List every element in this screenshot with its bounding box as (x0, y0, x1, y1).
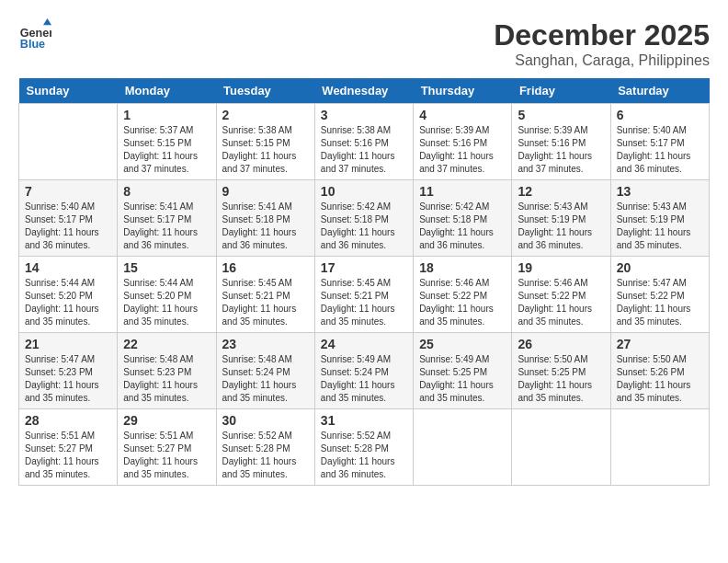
day-number: 10 (321, 184, 407, 199)
calendar-cell: 22Sunrise: 5:48 AM Sunset: 5:23 PM Dayli… (118, 333, 216, 409)
calendar-cell: 1Sunrise: 5:37 AM Sunset: 5:15 PM Daylig… (118, 104, 216, 180)
day-number: 18 (419, 260, 506, 275)
day-number: 29 (123, 413, 210, 428)
day-info: Sunrise: 5:50 AM Sunset: 5:25 PM Dayligh… (518, 353, 604, 405)
calendar-week-row: 1Sunrise: 5:37 AM Sunset: 5:15 PM Daylig… (19, 104, 710, 180)
day-info: Sunrise: 5:46 AM Sunset: 5:22 PM Dayligh… (518, 277, 604, 328)
calendar-week-row: 14Sunrise: 5:44 AM Sunset: 5:20 PM Dayli… (19, 257, 710, 333)
day-of-week-header: Tuesday (216, 78, 314, 104)
day-info: Sunrise: 5:38 AM Sunset: 5:15 PM Dayligh… (222, 124, 309, 176)
calendar-week-row: 21Sunrise: 5:47 AM Sunset: 5:23 PM Dayli… (19, 333, 710, 409)
calendar-cell: 15Sunrise: 5:44 AM Sunset: 5:20 PM Dayli… (118, 257, 216, 333)
day-number: 30 (222, 413, 309, 428)
day-number: 17 (321, 260, 407, 275)
day-info: Sunrise: 5:43 AM Sunset: 5:19 PM Dayligh… (617, 201, 703, 252)
day-info: Sunrise: 5:49 AM Sunset: 5:25 PM Dayligh… (419, 353, 506, 405)
day-number: 5 (518, 108, 604, 122)
calendar-cell: 11Sunrise: 5:42 AM Sunset: 5:18 PM Dayli… (414, 180, 512, 257)
day-info: Sunrise: 5:47 AM Sunset: 5:22 PM Dayligh… (617, 277, 703, 328)
svg-text:Blue: Blue (20, 38, 45, 51)
day-info: Sunrise: 5:39 AM Sunset: 5:16 PM Dayligh… (419, 124, 506, 176)
calendar-cell (610, 409, 709, 486)
day-info: Sunrise: 5:51 AM Sunset: 5:27 PM Dayligh… (123, 430, 210, 481)
calendar-cell: 13Sunrise: 5:43 AM Sunset: 5:19 PM Dayli… (610, 180, 709, 257)
calendar-cell: 4Sunrise: 5:39 AM Sunset: 5:16 PM Daylig… (414, 104, 512, 180)
day-number: 31 (321, 413, 407, 428)
calendar-cell: 27Sunrise: 5:50 AM Sunset: 5:26 PM Dayli… (610, 333, 709, 409)
day-of-week-header: Saturday (610, 78, 709, 104)
calendar-cell: 20Sunrise: 5:47 AM Sunset: 5:22 PM Dayli… (610, 257, 709, 333)
day-info: Sunrise: 5:41 AM Sunset: 5:17 PM Dayligh… (123, 201, 210, 252)
calendar-cell: 29Sunrise: 5:51 AM Sunset: 5:27 PM Dayli… (118, 409, 216, 486)
day-number: 28 (25, 413, 111, 428)
day-info: Sunrise: 5:51 AM Sunset: 5:27 PM Dayligh… (25, 430, 111, 481)
day-number: 13 (617, 184, 703, 199)
day-info: Sunrise: 5:52 AM Sunset: 5:28 PM Dayligh… (321, 430, 407, 481)
day-number: 12 (518, 184, 604, 199)
day-info: Sunrise: 5:44 AM Sunset: 5:20 PM Dayligh… (25, 277, 111, 328)
day-info: Sunrise: 5:43 AM Sunset: 5:19 PM Dayligh… (518, 201, 604, 252)
calendar-cell: 23Sunrise: 5:48 AM Sunset: 5:24 PM Dayli… (216, 333, 314, 409)
svg-marker-2 (43, 18, 51, 25)
day-number: 9 (222, 184, 309, 199)
day-info: Sunrise: 5:42 AM Sunset: 5:18 PM Dayligh… (321, 201, 407, 252)
day-info: Sunrise: 5:46 AM Sunset: 5:22 PM Dayligh… (419, 277, 506, 328)
calendar-cell: 28Sunrise: 5:51 AM Sunset: 5:27 PM Dayli… (19, 409, 118, 486)
day-info: Sunrise: 5:40 AM Sunset: 5:17 PM Dayligh… (617, 124, 703, 176)
day-info: Sunrise: 5:49 AM Sunset: 5:24 PM Dayligh… (321, 353, 407, 405)
day-number: 15 (123, 260, 210, 275)
day-number: 25 (419, 337, 506, 351)
calendar-cell: 12Sunrise: 5:43 AM Sunset: 5:19 PM Dayli… (512, 180, 610, 257)
day-number: 1 (123, 108, 210, 122)
day-info: Sunrise: 5:42 AM Sunset: 5:18 PM Dayligh… (419, 201, 506, 252)
day-info: Sunrise: 5:41 AM Sunset: 5:18 PM Dayligh… (222, 201, 309, 252)
calendar-cell: 17Sunrise: 5:45 AM Sunset: 5:21 PM Dayli… (314, 257, 413, 333)
page-header: General Blue December 2025 Sanghan, Cara… (18, 18, 710, 69)
calendar-cell: 9Sunrise: 5:41 AM Sunset: 5:18 PM Daylig… (216, 180, 314, 257)
day-number: 11 (419, 184, 506, 199)
day-info: Sunrise: 5:44 AM Sunset: 5:20 PM Dayligh… (123, 277, 210, 328)
day-of-week-header: Sunday (19, 78, 118, 104)
calendar-cell: 31Sunrise: 5:52 AM Sunset: 5:28 PM Dayli… (314, 409, 413, 486)
day-number: 8 (123, 184, 210, 199)
day-number: 14 (25, 260, 111, 275)
location-subtitle: Sanghan, Caraga, Philippines (494, 52, 710, 69)
day-number: 2 (222, 108, 309, 122)
day-number: 23 (222, 337, 309, 351)
day-number: 24 (321, 337, 407, 351)
day-number: 19 (518, 260, 604, 275)
day-info: Sunrise: 5:47 AM Sunset: 5:23 PM Dayligh… (25, 353, 111, 405)
day-number: 6 (617, 108, 703, 122)
day-number: 7 (25, 184, 111, 199)
day-number: 22 (123, 337, 210, 351)
calendar-header-row: SundayMondayTuesdayWednesdayThursdayFrid… (19, 78, 710, 104)
day-of-week-header: Monday (118, 78, 216, 104)
calendar-cell: 7Sunrise: 5:40 AM Sunset: 5:17 PM Daylig… (19, 180, 118, 257)
day-info: Sunrise: 5:48 AM Sunset: 5:24 PM Dayligh… (222, 353, 309, 405)
calendar-cell: 18Sunrise: 5:46 AM Sunset: 5:22 PM Dayli… (414, 257, 512, 333)
calendar-cell: 3Sunrise: 5:38 AM Sunset: 5:16 PM Daylig… (314, 104, 413, 180)
calendar-cell: 25Sunrise: 5:49 AM Sunset: 5:25 PM Dayli… (414, 333, 512, 409)
day-info: Sunrise: 5:48 AM Sunset: 5:23 PM Dayligh… (123, 353, 210, 405)
day-info: Sunrise: 5:38 AM Sunset: 5:16 PM Dayligh… (321, 124, 407, 176)
day-number: 4 (419, 108, 506, 122)
day-number: 20 (617, 260, 703, 275)
day-info: Sunrise: 5:37 AM Sunset: 5:15 PM Dayligh… (123, 124, 210, 176)
day-number: 27 (617, 337, 703, 351)
calendar-table: SundayMondayTuesdayWednesdayThursdayFrid… (18, 78, 710, 486)
calendar-cell: 14Sunrise: 5:44 AM Sunset: 5:20 PM Dayli… (19, 257, 118, 333)
day-number: 26 (518, 337, 604, 351)
logo-icon: General Blue (18, 18, 51, 52)
calendar-body: 1Sunrise: 5:37 AM Sunset: 5:15 PM Daylig… (19, 104, 710, 486)
calendar-cell: 19Sunrise: 5:46 AM Sunset: 5:22 PM Dayli… (512, 257, 610, 333)
day-of-week-header: Friday (512, 78, 610, 104)
day-info: Sunrise: 5:52 AM Sunset: 5:28 PM Dayligh… (222, 430, 309, 481)
calendar-cell (414, 409, 512, 486)
day-of-week-header: Wednesday (314, 78, 413, 104)
calendar-week-row: 28Sunrise: 5:51 AM Sunset: 5:27 PM Dayli… (19, 409, 710, 486)
day-number: 21 (25, 337, 111, 351)
day-info: Sunrise: 5:45 AM Sunset: 5:21 PM Dayligh… (321, 277, 407, 328)
day-info: Sunrise: 5:40 AM Sunset: 5:17 PM Dayligh… (25, 201, 111, 252)
calendar-cell: 2Sunrise: 5:38 AM Sunset: 5:15 PM Daylig… (216, 104, 314, 180)
day-info: Sunrise: 5:50 AM Sunset: 5:26 PM Dayligh… (617, 353, 703, 405)
